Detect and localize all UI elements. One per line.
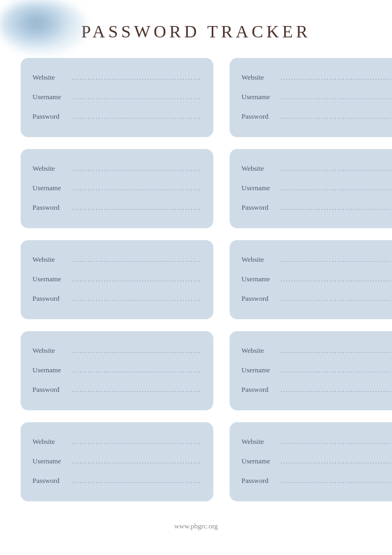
card-7-label-2: Username <box>32 366 71 375</box>
footer-url: www.pbgrc.org <box>174 522 218 530</box>
card-9-row-3: Password................................… <box>32 471 201 491</box>
card-5-label-1: Website <box>32 255 71 264</box>
card-1-row-3: Password................................… <box>32 107 201 126</box>
card-5-dots-3: ........................................… <box>71 295 201 303</box>
card-5-dots-1: ........................................… <box>71 256 201 264</box>
card-4-label-2: Username <box>241 184 280 192</box>
card-7-label-1: Website <box>32 346 71 355</box>
card-9-dots-3: ........................................… <box>71 477 201 485</box>
password-card-5: Website.................................… <box>21 240 213 319</box>
card-6-label-1: Website <box>241 255 280 264</box>
password-card-6: Website.................................… <box>230 240 392 319</box>
card-9-label-3: Password <box>32 476 71 485</box>
card-8-label-1: Website <box>241 346 280 355</box>
card-6-dots-1: ........................................… <box>280 256 392 264</box>
card-1-row-1: Website.................................… <box>32 68 201 87</box>
card-4-label-3: Password <box>241 203 280 212</box>
card-1-label-2: Username <box>32 93 71 101</box>
password-card-3: Website.................................… <box>21 149 213 228</box>
card-2-dots-3: ........................................… <box>280 113 392 121</box>
cards-grid: Website.................................… <box>0 58 392 512</box>
card-5-row-2: Username................................… <box>32 269 201 289</box>
card-2-label-2: Username <box>241 93 280 101</box>
card-2-row-3: Password................................… <box>241 107 392 126</box>
card-4-row-1: Website.................................… <box>241 159 392 178</box>
card-5-row-3: Password................................… <box>32 289 201 308</box>
card-1-label-1: Website <box>32 73 71 82</box>
card-2-dots-2: ........................................… <box>280 93 392 101</box>
card-3-dots-1: ........................................… <box>71 165 201 173</box>
password-card-2: Website.................................… <box>230 58 392 137</box>
password-card-7: Website.................................… <box>21 331 213 410</box>
card-6-label-3: Password <box>241 294 280 303</box>
card-5-label-2: Username <box>32 275 71 283</box>
card-4-label-1: Website <box>241 164 280 173</box>
card-1-row-2: Username................................… <box>32 87 201 107</box>
card-6-dots-2: ........................................… <box>280 275 392 283</box>
card-10-label-2: Username <box>241 457 280 466</box>
card-3-dots-3: ........................................… <box>71 204 201 212</box>
card-3-row-3: Password................................… <box>32 198 201 217</box>
card-7-dots-3: ........................................… <box>71 386 201 394</box>
card-8-dots-3: ........................................… <box>280 386 392 394</box>
card-3-row-2: Username................................… <box>32 178 201 198</box>
card-2-row-1: Website.................................… <box>241 68 392 87</box>
card-6-row-2: Username................................… <box>241 269 392 289</box>
card-3-row-1: Website.................................… <box>32 159 201 178</box>
card-9-label-2: Username <box>32 457 71 466</box>
card-8-row-1: Website.................................… <box>241 341 392 360</box>
footer: www.pbgrc.org <box>0 512 392 539</box>
card-7-row-1: Website.................................… <box>32 341 201 360</box>
card-2-label-1: Website <box>241 73 280 82</box>
card-5-row-1: Website.................................… <box>32 250 201 269</box>
card-8-label-3: Password <box>241 385 280 394</box>
card-8-label-2: Username <box>241 366 280 375</box>
card-3-label-1: Website <box>32 164 71 173</box>
card-10-label-3: Password <box>241 476 280 485</box>
card-1-label-3: Password <box>32 112 71 121</box>
card-9-dots-2: ........................................… <box>71 457 201 466</box>
card-2-dots-1: ........................................… <box>280 74 392 82</box>
card-9-dots-1: ........................................… <box>71 438 201 446</box>
card-2-row-2: Username................................… <box>241 87 392 107</box>
card-7-dots-1: ........................................… <box>71 347 201 355</box>
card-7-dots-2: ........................................… <box>71 366 201 375</box>
card-8-dots-2: ........................................… <box>280 366 392 375</box>
card-4-dots-2: ........................................… <box>280 184 392 192</box>
card-1-dots-1: ........................................… <box>71 74 201 82</box>
card-3-dots-2: ........................................… <box>71 184 201 192</box>
password-card-4: Website.................................… <box>230 149 392 228</box>
card-9-row-1: Website.................................… <box>32 432 201 451</box>
card-9-label-1: Website <box>32 437 71 446</box>
card-9-row-2: Username................................… <box>32 451 201 471</box>
card-8-row-3: Password................................… <box>241 380 392 399</box>
card-6-row-1: Website.................................… <box>241 250 392 269</box>
password-card-10: Website.................................… <box>230 422 392 501</box>
card-6-dots-3: ........................................… <box>280 295 392 303</box>
card-5-dots-2: ........................................… <box>71 275 201 283</box>
card-8-row-2: Username................................… <box>241 360 392 380</box>
card-8-dots-1: ........................................… <box>280 347 392 355</box>
card-5-label-3: Password <box>32 294 71 303</box>
card-10-row-2: Username................................… <box>241 451 392 471</box>
card-7-row-3: Password................................… <box>32 380 201 399</box>
card-6-row-3: Password................................… <box>241 289 392 308</box>
card-1-dots-3: ........................................… <box>71 113 201 121</box>
card-7-label-3: Password <box>32 385 71 394</box>
card-1-dots-2: ........................................… <box>71 93 201 101</box>
card-10-dots-3: ........................................… <box>280 477 392 485</box>
card-10-dots-1: ........................................… <box>280 438 392 446</box>
card-10-row-1: Website.................................… <box>241 432 392 451</box>
card-7-row-2: Username................................… <box>32 360 201 380</box>
card-6-label-2: Username <box>241 275 280 283</box>
password-card-9: Website.................................… <box>21 422 213 501</box>
card-4-row-2: Username................................… <box>241 178 392 198</box>
card-4-dots-3: ........................................… <box>280 204 392 212</box>
card-2-label-3: Password <box>241 112 280 121</box>
password-card-8: Website.................................… <box>230 331 392 410</box>
card-10-dots-2: ........................................… <box>280 457 392 466</box>
card-4-dots-1: ........................................… <box>280 165 392 173</box>
password-card-1: Website.................................… <box>21 58 213 137</box>
card-10-label-1: Website <box>241 437 280 446</box>
card-3-label-3: Password <box>32 203 71 212</box>
